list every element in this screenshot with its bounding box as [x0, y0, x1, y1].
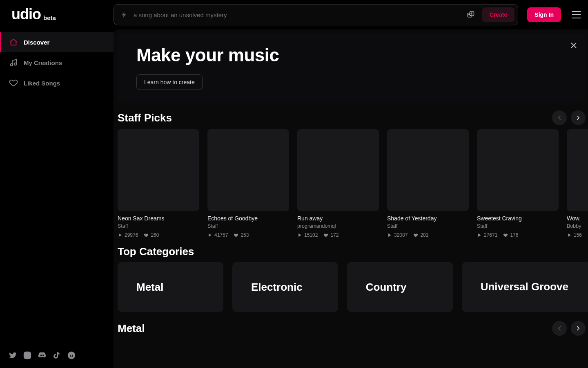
- svg-point-12: [471, 13, 472, 13]
- staff-picks-row: Neon Sax Dreams Staff 29976 260 Echoes o…: [118, 129, 588, 238]
- prompt-input[interactable]: [133, 7, 462, 22]
- instagram-icon[interactable]: [23, 351, 32, 360]
- track-stats: 41757 253: [207, 232, 289, 238]
- track-card[interactable]: Run away programandomql 15102 172: [297, 129, 379, 238]
- track-likes: 176: [510, 232, 518, 238]
- page-prev-button[interactable]: [552, 110, 567, 125]
- reddit-icon[interactable]: [67, 351, 76, 360]
- section-title: Staff Picks: [118, 112, 172, 124]
- track-title: Wow.: [567, 215, 588, 222]
- sidebar-item-label: My Creations: [24, 59, 62, 66]
- svg-point-6: [70, 355, 71, 356]
- discord-icon[interactable]: [38, 351, 47, 360]
- svg-point-5: [68, 352, 75, 359]
- track-artist: Staff: [477, 223, 559, 229]
- track-title: Sweetest Craving: [477, 215, 559, 222]
- track-stats: 15102 172: [297, 232, 379, 238]
- sidebar-item-label: Discover: [24, 39, 49, 46]
- track-card[interactable]: Neon Sax Dreams Staff 29976 260: [118, 129, 199, 238]
- menu-icon[interactable]: [572, 11, 581, 18]
- main-column: Create Sign In Make your music Learn how…: [114, 0, 588, 368]
- category-name: Electronic: [251, 281, 303, 294]
- track-card[interactable]: Shade of Yesterday Staff 32087 201: [387, 129, 469, 238]
- close-icon[interactable]: [569, 41, 578, 50]
- category-card-country[interactable]: Country: [347, 262, 453, 312]
- sidebar-item-my-creations[interactable]: My Creations: [0, 52, 114, 73]
- track-artist: Staff: [387, 223, 469, 229]
- track-stats: 27671 176: [477, 232, 559, 238]
- track-plays: 41757: [214, 232, 228, 238]
- track-plays: 29976: [125, 232, 138, 238]
- track-stats: 29976 260: [118, 232, 199, 238]
- track-card[interactable]: Sweetest Craving Staff 27671 176: [477, 129, 559, 238]
- page-prev-button[interactable]: [552, 321, 567, 336]
- svg-point-11: [470, 16, 471, 16]
- sidebar-item-label: Liked Songs: [24, 80, 60, 87]
- page-next-button[interactable]: [571, 110, 586, 125]
- track-plays: 27671: [484, 232, 497, 238]
- heart-icon: [9, 79, 18, 88]
- track-card[interactable]: Echoes of Goodbye Staff 41757 253: [207, 129, 289, 238]
- svg-point-7: [72, 355, 73, 356]
- track-plays: 156: [574, 232, 582, 238]
- track-likes: 253: [241, 232, 249, 238]
- category-card-metal[interactable]: Metal: [118, 262, 223, 312]
- track-card[interactable]: Wow. Bobby 156: [567, 129, 588, 238]
- svg-point-4: [29, 353, 30, 354]
- bolt-icon: [120, 11, 128, 18]
- track-cover: [567, 129, 588, 211]
- sidebar-nav: Discover My Creations Liked Songs: [0, 32, 114, 93]
- hero-banner: Make your music Learn how to create: [118, 34, 586, 103]
- track-cover: [207, 129, 289, 211]
- track-stats: 32087 201: [387, 232, 469, 238]
- tiktok-icon[interactable]: [52, 351, 61, 360]
- track-likes: 260: [151, 232, 159, 238]
- svg-point-3: [26, 354, 29, 357]
- pager-staff-picks: [552, 110, 586, 125]
- sidebar-social: [0, 347, 114, 364]
- track-likes: 201: [420, 232, 428, 238]
- sidebar-item-liked-songs[interactable]: Liked Songs: [0, 73, 114, 93]
- sidebar: udio beta Discover My Creations Liked So…: [0, 0, 114, 368]
- prompt-bar: Create: [114, 4, 518, 25]
- sidebar-item-discover[interactable]: Discover: [0, 32, 114, 52]
- section-head-staff-picks: Staff Picks: [118, 110, 586, 125]
- section-head-top-categories: Top Categories: [118, 245, 586, 258]
- track-cover: [387, 129, 469, 211]
- create-button[interactable]: Create: [482, 7, 515, 22]
- section-head-metal: Metal: [118, 321, 586, 336]
- learn-button[interactable]: Learn how to create: [136, 74, 203, 90]
- track-stats: 156: [567, 232, 588, 238]
- pager-metal: [552, 321, 586, 336]
- twitter-icon[interactable]: [8, 351, 17, 360]
- track-title: Shade of Yesterday: [387, 215, 469, 222]
- category-card-electronic[interactable]: Electronic: [232, 262, 338, 312]
- category-name: Universal Groove: [481, 281, 568, 293]
- home-icon: [9, 38, 18, 47]
- track-cover: [118, 129, 199, 211]
- category-card-universal-groove[interactable]: Universal Groove: [462, 262, 588, 312]
- svg-point-10: [469, 14, 470, 15]
- track-plays: 15102: [304, 232, 318, 238]
- section-title: Metal: [118, 322, 145, 335]
- page-next-button[interactable]: [571, 321, 586, 336]
- track-artist: Staff: [118, 223, 199, 229]
- music-note-icon: [9, 58, 18, 67]
- category-name: Country: [366, 281, 407, 294]
- track-cover: [477, 129, 559, 211]
- logo-block: udio beta: [0, 6, 114, 32]
- track-title: Echoes of Goodbye: [207, 215, 289, 222]
- track-likes: 172: [330, 232, 339, 238]
- brand-tag: beta: [43, 14, 56, 21]
- hero-title: Make your music: [136, 45, 567, 65]
- brand-logo[interactable]: udio beta: [11, 6, 105, 23]
- track-artist: Bobby: [567, 223, 588, 229]
- top-categories-row: Metal Electronic Country Universal Groov…: [118, 262, 588, 312]
- topbar: Create Sign In: [114, 0, 588, 29]
- track-artist: programandomql: [297, 223, 379, 229]
- sign-in-button[interactable]: Sign In: [527, 7, 561, 22]
- randomize-icon[interactable]: [467, 11, 475, 19]
- brand-name: udio: [11, 6, 41, 23]
- track-plays: 32087: [394, 232, 408, 238]
- section-title: Top Categories: [118, 245, 194, 258]
